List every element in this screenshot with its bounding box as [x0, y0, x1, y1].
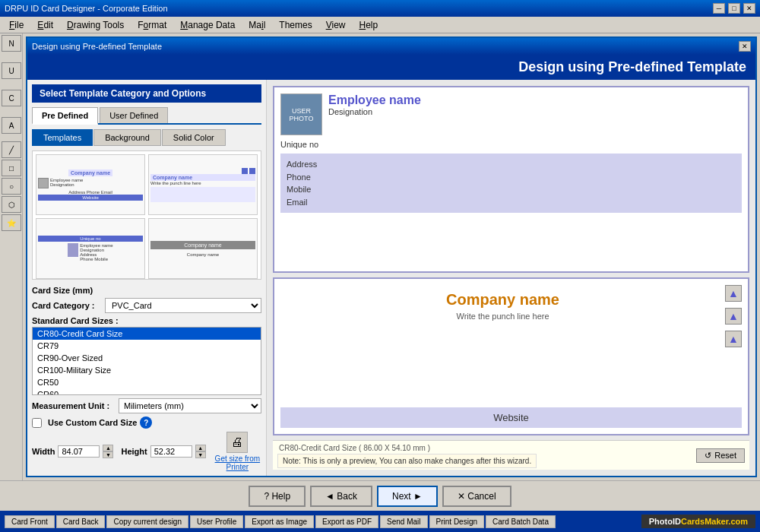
toolbar-new[interactable]: N	[2, 35, 21, 52]
toolbar-draw4[interactable]: ⬡	[2, 196, 21, 213]
status-items: Card Front Card Back Copy current design…	[5, 515, 556, 528]
sub-tab-background[interactable]: Background	[93, 129, 161, 146]
menu-file[interactable]: File	[3, 18, 30, 32]
template-tabs: Pre Defined User Defined	[32, 107, 261, 125]
menu-manage-data[interactable]: Manage Data	[174, 18, 241, 32]
arrow-up-2[interactable]: ▲	[725, 308, 742, 325]
cancel-label: ✕ Cancel	[458, 491, 496, 502]
arrow-up-1[interactable]: ▲	[725, 285, 742, 302]
status-card-batch[interactable]: Card Batch Data	[486, 515, 556, 528]
size-item-cr100[interactable]: CR100-Military Size	[33, 364, 261, 376]
size-item-cr60[interactable]: CR60	[33, 388, 261, 395]
standard-sizes-label: Standard Card Sizes :	[32, 316, 261, 325]
width-down[interactable]: ▼	[103, 451, 113, 458]
height-label: Height	[121, 447, 147, 456]
tab-predefined[interactable]: Pre Defined	[32, 107, 98, 125]
menu-themes[interactable]: Themes	[273, 18, 318, 32]
toolbar-draw2[interactable]: □	[2, 160, 21, 176]
website-bar: Website	[280, 407, 742, 428]
address-line: Address	[287, 158, 736, 171]
back-label: ◄ Back	[325, 491, 357, 502]
card-top-row: USER PHOTO Employee name Designation	[280, 93, 742, 135]
menu-format[interactable]: Format	[131, 18, 173, 32]
template-thumb-2[interactable]: Company name Write the punch line here	[148, 154, 258, 215]
close-button[interactable]: ✕	[743, 3, 755, 14]
mobile-line: Mobile	[287, 183, 736, 196]
title-controls: ─ □ ✕	[713, 3, 755, 14]
status-export-pdf[interactable]: Export as PDF	[315, 515, 378, 528]
card-category-select[interactable]: PVC_Card	[105, 298, 261, 313]
maximize-button[interactable]: □	[728, 3, 740, 14]
custom-size-checkbox[interactable]	[32, 418, 42, 428]
measurement-select[interactable]: Milimeters (mm)	[119, 398, 261, 413]
status-copy-design[interactable]: Copy current design	[106, 515, 188, 528]
toolbar-draw3[interactable]: ○	[2, 178, 21, 195]
dialog-title-bar: Design using Pre-defined Template ✕	[27, 38, 755, 55]
toolbar-user[interactable]: U	[2, 62, 21, 79]
menu-bar: File Edit Drawing Tools Format Manage Da…	[0, 17, 760, 33]
sub-tab-templates[interactable]: Templates	[32, 129, 93, 146]
custom-size-row: Use Custom Card Size ?	[32, 416, 261, 429]
minimize-button[interactable]: ─	[713, 3, 725, 14]
back-button[interactable]: ◄ Back	[310, 486, 372, 507]
arrow-up-3[interactable]: ▲	[725, 331, 742, 347]
status-card-back[interactable]: Card Back	[56, 515, 106, 528]
get-size-area: 🖨 Get size from Printer	[214, 432, 261, 471]
toolbar-newcard[interactable]: C	[2, 90, 21, 106]
width-up[interactable]: ▲	[103, 445, 113, 451]
reset-label: Reset	[714, 451, 736, 460]
size-item-cr50[interactable]: CR50	[33, 376, 261, 388]
menu-help[interactable]: Help	[353, 18, 385, 32]
dialog-close-button[interactable]: ✕	[739, 41, 751, 52]
panel-header: Select Template Category and Options	[32, 84, 261, 103]
template-thumb-4[interactable]: Company name Company name	[148, 218, 258, 279]
user-photo-box: USER PHOTO	[280, 93, 322, 135]
height-field: Height ▲ ▼	[121, 445, 205, 458]
menu-edit[interactable]: Edit	[31, 18, 59, 32]
app-body: N U C A ╱ □ ○ ⬡ ⭐ Design using Pre-defin…	[0, 33, 760, 480]
size-item-cr79[interactable]: CR79	[33, 340, 261, 352]
app-title: DRPU ID Card Designer - Corporate Editio…	[5, 4, 168, 13]
right-panel: USER PHOTO Employee name Designation Uni…	[267, 80, 755, 476]
toolbar-a[interactable]: A	[2, 117, 21, 134]
reset-button[interactable]: ↺ Reset	[696, 448, 745, 463]
custom-size-label: Use Custom Card Size	[48, 418, 137, 427]
card-name-area: Employee name Designation	[328, 93, 742, 116]
help-button[interactable]: ? Help	[249, 486, 306, 507]
card-designation: Designation	[328, 107, 742, 116]
toolbar-draw5[interactable]: ⭐	[2, 214, 21, 231]
width-input[interactable]	[58, 445, 100, 458]
status-user-profile[interactable]: User Profile	[190, 515, 243, 528]
status-print-design[interactable]: Print Design	[429, 515, 484, 528]
title-bar: DRPU ID Card Designer - Corporate Editio…	[0, 0, 760, 17]
sizes-list: CR80-Credit Card Size CR79 CR90-Over Siz…	[32, 327, 261, 395]
printer-icon: 🖨	[226, 432, 248, 453]
size-item-cr80[interactable]: CR80-Credit Card Size	[33, 328, 261, 340]
menu-mail[interactable]: Mail	[242, 18, 271, 32]
height-down[interactable]: ▼	[195, 451, 206, 458]
status-card-front[interactable]: Card Front	[5, 515, 55, 528]
status-export-image[interactable]: Export as Image	[245, 515, 314, 528]
template-thumb-3[interactable]: Unique no Employee name Designation Addr…	[36, 218, 145, 279]
toolbar-draw1[interactable]: ╱	[2, 141, 21, 158]
height-up[interactable]: ▲	[195, 445, 206, 451]
height-input[interactable]	[150, 445, 192, 458]
sub-tab-solid-color[interactable]: Solid Color	[162, 129, 226, 146]
arrows-column: ▲ ▲ ▲	[725, 285, 742, 347]
status-send-mail[interactable]: Send Mail	[380, 515, 427, 528]
preview-front-card: USER PHOTO Employee name Designation Uni…	[273, 86, 749, 273]
menu-view[interactable]: View	[320, 18, 352, 32]
card-size-label: Card Size (mm)	[32, 286, 261, 295]
templates-grid: Company name Employee name Designation A…	[32, 150, 261, 280]
help-circle-icon[interactable]: ?	[140, 416, 152, 429]
get-size-button[interactable]: Get size from Printer	[214, 454, 261, 471]
address-box: Address Phone Mobile Email	[280, 154, 742, 213]
menu-drawing-tools[interactable]: Drawing Tools	[61, 18, 130, 32]
next-button[interactable]: Next ►	[377, 486, 438, 507]
measurement-label: Measurement Unit :	[32, 401, 116, 410]
template-thumb-1[interactable]: Company name Employee name Designation A…	[36, 154, 145, 215]
cancel-button[interactable]: ✕ Cancel	[442, 486, 511, 507]
size-item-cr90[interactable]: CR90-Over Sized	[33, 352, 261, 364]
bottom-buttons: ? Help ◄ Back Next ► ✕ Cancel	[0, 480, 760, 511]
tab-user-defined[interactable]: User Defined	[100, 107, 168, 123]
